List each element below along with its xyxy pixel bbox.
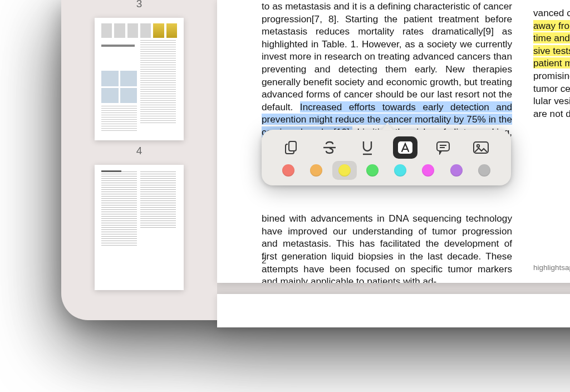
- color-swatch-pink[interactable]: [416, 161, 440, 180]
- color-swatch-cyan[interactable]: [388, 161, 412, 180]
- body-text[interactable]: vanced ca: [533, 7, 570, 18]
- comment-icon: [435, 140, 451, 155]
- annotation-popover: [262, 130, 511, 185]
- popover-arrow: [382, 122, 393, 130]
- highlighted-text[interactable]: time and: [533, 32, 570, 43]
- strikethrough-tool[interactable]: [317, 136, 342, 159]
- copy-icon: [284, 140, 299, 155]
- strikethrough-icon: [322, 140, 337, 155]
- color-swatch-green[interactable]: [360, 161, 385, 180]
- page-number: 2: [262, 256, 266, 265]
- thumbnail-sidebar: 3 4: [61, 0, 217, 320]
- underline-icon: [360, 140, 375, 155]
- svg-point-8: [477, 145, 479, 147]
- next-page-peek[interactable]: [217, 294, 570, 327]
- body-text[interactable]: to as metastasis and it is a defining ch…: [262, 1, 512, 112]
- color-swatch-yellow[interactable]: [332, 161, 357, 180]
- tool-row: [273, 135, 500, 160]
- svg-rect-0: [289, 141, 296, 151]
- body-text[interactable]: bined with advancements in DNA sequencin…: [262, 213, 512, 283]
- color-swatch-purple[interactable]: [444, 161, 469, 180]
- color-row: [273, 160, 500, 181]
- document-viewport[interactable]: to as metastasis and it is a defining ch…: [217, 0, 570, 320]
- page-number-label: 3: [72, 0, 206, 10]
- page-footer: highlightsapp.net: [533, 263, 570, 272]
- app-window: 3 4 to as metastasis and it is a definin…: [61, 0, 570, 320]
- text-column-right[interactable]: vanced ca away from time and sive tests …: [533, 7, 570, 283]
- comment-tool[interactable]: [431, 136, 455, 159]
- highlight-tool[interactable]: [393, 136, 417, 159]
- svg-rect-4: [437, 142, 449, 151]
- underline-tool[interactable]: [355, 136, 380, 159]
- highlighted-text[interactable]: sive tests: [533, 45, 570, 56]
- highlighted-text[interactable]: patient m: [533, 57, 570, 68]
- highlight-icon: [397, 140, 414, 155]
- body-text[interactable]: promising tumor cell lular vesic are not…: [533, 70, 570, 119]
- image-tool[interactable]: [469, 136, 493, 159]
- image-icon: [473, 141, 489, 154]
- copy-tool[interactable]: [279, 136, 304, 159]
- color-swatch-grey[interactable]: [472, 161, 497, 180]
- page-thumbnail-4[interactable]: [95, 18, 184, 140]
- document-page[interactable]: to as metastasis and it is a defining ch…: [217, 0, 570, 283]
- highlighted-text[interactable]: away from: [533, 20, 570, 31]
- color-swatch-orange[interactable]: [304, 161, 328, 180]
- page-thumbnail-5[interactable]: [95, 165, 184, 290]
- color-swatch-red[interactable]: [276, 161, 301, 180]
- page-number-label: 4: [72, 145, 206, 157]
